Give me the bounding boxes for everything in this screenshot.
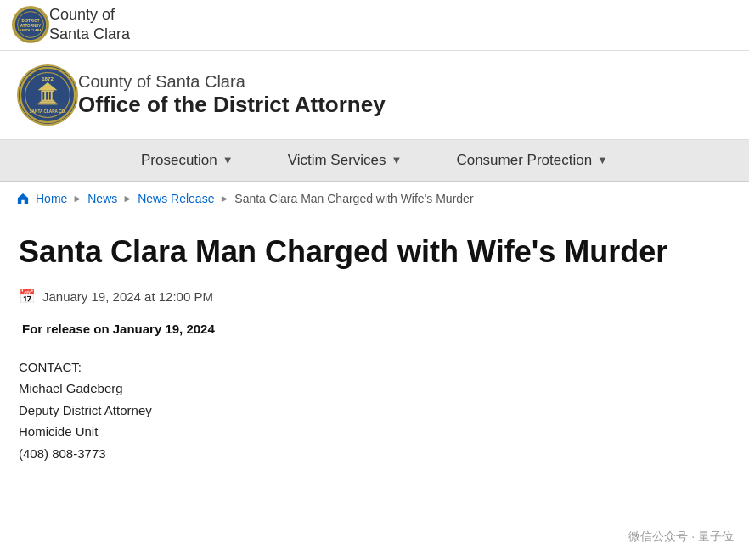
article-date: January 19, 2024 at 12:00 PM (42, 289, 213, 304)
contact-name: Michael Gadeberg (19, 378, 730, 400)
svg-text:ATTORNEY: ATTORNEY (20, 24, 42, 28)
breadcrumb-home[interactable]: Home (36, 192, 67, 205)
header-dept-name: Office of the District Attorney (78, 92, 386, 118)
top-bar: DISTRICT ATTORNEY SANTA CLARA County of … (0, 0, 749, 51)
nav-prosecution-chevron: ▼ (222, 154, 234, 166)
nav-consumer-label: Consumer Protection (456, 152, 592, 169)
svg-rect-14 (38, 103, 58, 104)
contact-title: Deputy District Attorney (19, 400, 730, 422)
top-bar-seal: DISTRICT ATTORNEY SANTA CLARA (12, 6, 49, 43)
nav-item-victim-services[interactable]: Victim Services ▼ (261, 140, 430, 181)
nav-item-consumer-protection[interactable]: Consumer Protection ▼ (429, 140, 635, 181)
svg-text:DISTRICT: DISTRICT (22, 20, 40, 24)
header-seal: 1872 SANTA CLARA CO. (17, 64, 78, 126)
contact-phone: (408) 808-3773 (19, 443, 730, 465)
svg-text:SANTA CLARA: SANTA CLARA (20, 30, 42, 33)
content: Santa Clara Man Charged with Wife's Murd… (0, 216, 749, 490)
home-icon (17, 193, 29, 204)
breadcrumb-sep-2: ► (122, 193, 132, 204)
nav-consumer-chevron: ▼ (597, 154, 608, 166)
contact-label: CONTACT: (19, 356, 730, 378)
breadcrumb-sep-3: ► (219, 193, 229, 204)
date-line: 📅 January 19, 2024 at 12:00 PM (19, 288, 730, 305)
top-bar-org-name: County of Santa Clara (49, 5, 130, 45)
calendar-icon: 📅 (19, 288, 36, 305)
contact-block: CONTACT: Michael Gadeberg Deputy Distric… (19, 356, 730, 465)
contact-unit: Homicide Unit (19, 421, 730, 443)
breadcrumb-news[interactable]: News (87, 192, 117, 205)
svg-rect-11 (49, 92, 51, 99)
nav-victim-chevron: ▼ (391, 154, 403, 166)
header-org-name: County of Santa Clara (78, 72, 386, 92)
breadcrumb-sep-1: ► (72, 193, 82, 204)
breadcrumb-news-release[interactable]: News Release (138, 192, 214, 205)
nav: Prosecution ▼ Victim Services ▼ Consumer… (0, 140, 749, 182)
header: 1872 SANTA CLARA CO. County of Santa Cla… (0, 51, 749, 140)
svg-text:1872: 1872 (42, 76, 54, 81)
svg-rect-10 (46, 92, 48, 99)
nav-item-prosecution[interactable]: Prosecution ▼ (114, 140, 261, 181)
article-title: Santa Clara Man Charged with Wife's Murd… (19, 233, 730, 270)
header-title-block: County of Santa Clara Office of the Dist… (78, 72, 386, 118)
breadcrumb-current: Santa Clara Man Charged with Wife's Murd… (234, 192, 473, 205)
nav-prosecution-label: Prosecution (141, 152, 217, 169)
svg-rect-12 (53, 92, 54, 99)
svg-rect-13 (40, 101, 56, 103)
svg-rect-9 (42, 92, 44, 99)
release-line: For release on January 19, 2024 (19, 322, 730, 336)
breadcrumb: Home ► News ► News Release ► Santa Clara… (0, 182, 749, 216)
svg-text:SANTA CLARA CO.: SANTA CLARA CO. (29, 109, 65, 114)
nav-victim-label: Victim Services (288, 152, 386, 169)
